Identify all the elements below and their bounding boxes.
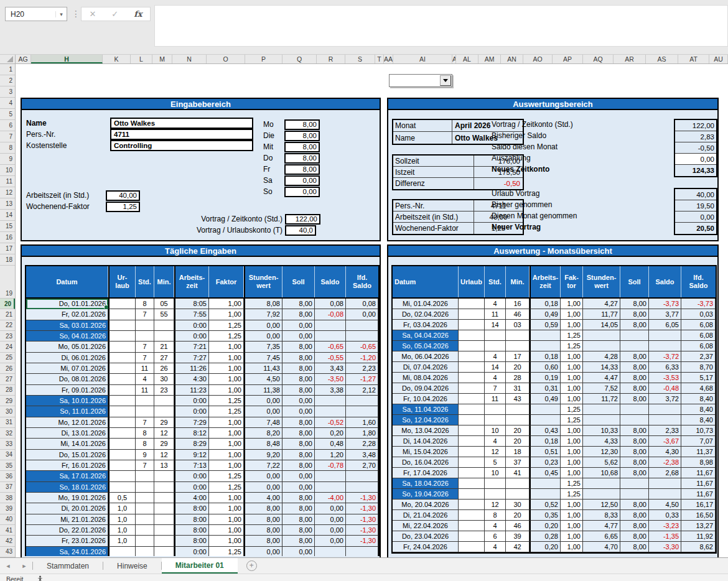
table-cell[interactable]: 8,40 [681, 394, 716, 404]
row-header-31[interactable]: 31 [0, 417, 15, 428]
date-cell[interactable]: Sa, 03.01.2026 [26, 320, 108, 331]
table-cell[interactable]: 0,5 [108, 493, 136, 503]
column-header-at[interactable]: AT [678, 55, 709, 63]
table-cell[interactable]: -2,38 [649, 457, 681, 468]
date-cell[interactable]: Fr, 23.01.2026 [26, 536, 108, 546]
table-cell[interactable]: 4:00 [174, 493, 209, 503]
table-cell[interactable]: 1,60 [346, 417, 378, 428]
table-cell[interactable] [459, 383, 485, 394]
table-cell[interactable] [154, 320, 174, 331]
table-cell[interactable] [459, 425, 485, 436]
date-cell[interactable]: So, 18.01.2026 [26, 482, 108, 493]
table-cell[interactable]: 0:00 [174, 547, 209, 556]
table-cell[interactable] [315, 331, 346, 342]
stack-value[interactable]: 0,00 [675, 154, 716, 165]
table-cell[interactable] [459, 521, 485, 531]
table-cell[interactable]: 0:00 [174, 331, 209, 342]
table-cell[interactable]: 12 [154, 450, 174, 460]
table-cell[interactable] [485, 489, 506, 500]
table-cell[interactable] [136, 536, 154, 546]
table-cell[interactable]: 4,70 [583, 542, 620, 552]
row-header-2[interactable]: 2 [0, 75, 15, 86]
table-cell[interactable]: 12,50 [583, 500, 620, 510]
date-cell[interactable]: Mi, 07.01.2026 [26, 363, 108, 374]
table-cell[interactable]: 0,00 [315, 536, 346, 546]
table-cell[interactable] [108, 439, 136, 449]
table-cell[interactable]: 11,92 [681, 531, 716, 542]
table-cell[interactable]: 16 [506, 299, 530, 309]
table-cell[interactable]: 8,08 [244, 299, 282, 309]
table-cell[interactable] [108, 342, 136, 352]
table-cell[interactable]: 03 [506, 320, 530, 330]
table-cell[interactable] [136, 406, 154, 417]
table-cell[interactable]: 0,59 [530, 320, 561, 330]
stack-value[interactable]: 20,50 [675, 223, 716, 234]
table-cell[interactable]: 1,25 [209, 320, 244, 331]
table-cell[interactable] [649, 404, 681, 415]
table-cell[interactable]: 4,30 [649, 447, 681, 457]
table-cell[interactable]: 0,00 [315, 525, 346, 536]
column-header-n[interactable]: N [172, 55, 207, 63]
table-cell[interactable]: 13,27 [681, 521, 716, 531]
table-cell[interactable]: 3,48 [346, 450, 378, 460]
table-cell[interactable]: 6,08 [681, 320, 716, 330]
table-cell[interactable]: 6,08 [681, 341, 716, 351]
table-cell[interactable]: 0:00 [174, 471, 209, 481]
table-cell[interactable] [136, 482, 154, 493]
table-cell[interactable]: 7 [485, 383, 506, 394]
table-cell[interactable]: 7:21 [174, 342, 209, 352]
date-cell[interactable]: Do, 22.01.2026 [26, 525, 108, 536]
table-cell[interactable]: 1,00 [209, 299, 244, 309]
table-cell[interactable] [649, 330, 681, 341]
row-header-4[interactable]: 4 [0, 98, 15, 109]
table-cell[interactable]: -3,53 [649, 373, 681, 383]
table-cell[interactable]: 2,12 [346, 385, 378, 396]
row-header-5[interactable]: 5 [0, 109, 15, 120]
table-cell[interactable]: 1,00 [561, 457, 583, 468]
table-cell[interactable]: 2,70 [346, 460, 378, 471]
table-cell[interactable]: 7 [136, 342, 154, 352]
table-cell[interactable] [530, 404, 561, 415]
table-cell[interactable] [154, 471, 174, 481]
table-cell[interactable]: 26 [154, 363, 174, 374]
table-cell[interactable] [108, 374, 136, 384]
table-cell[interactable]: 1,00 [209, 417, 244, 428]
table-cell[interactable]: 8,70 [681, 362, 716, 373]
table-cell[interactable]: 8,00 [282, 525, 315, 536]
row-header-43[interactable]: 43 [0, 547, 15, 557]
date-cell[interactable]: Mi, 22.04.2026 [393, 521, 459, 531]
table-cell[interactable]: 0,45 [530, 468, 561, 478]
table-cell[interactable] [459, 394, 485, 404]
table-cell[interactable]: 4 [485, 351, 506, 362]
table-cell[interactable] [459, 362, 485, 373]
table-cell[interactable]: 3,43 [315, 363, 346, 374]
table-cell[interactable]: 0,48 [315, 439, 346, 449]
table-cell[interactable] [506, 341, 530, 351]
date-cell[interactable]: Fr, 10.04.2026 [393, 394, 459, 404]
table-cell[interactable]: 8,00 [620, 394, 649, 404]
table-cell[interactable]: -3,72 [649, 351, 681, 362]
table-cell[interactable]: 13 [154, 460, 174, 471]
row-header-25[interactable]: 25 [0, 353, 15, 363]
table-cell[interactable]: 7 [136, 309, 154, 320]
row-header-16[interactable]: 16 [0, 232, 15, 243]
table-cell[interactable] [136, 547, 154, 556]
table-cell[interactable]: 20 [506, 436, 530, 447]
table-cell[interactable]: 30 [154, 374, 174, 384]
table-cell[interactable] [506, 330, 530, 341]
table-cell[interactable]: 8,40 [681, 404, 716, 415]
weekday-hours-value[interactable]: 8,00 [284, 131, 320, 141]
table-cell[interactable]: 0,20 [530, 542, 561, 552]
table-cell[interactable]: 37 [506, 457, 530, 468]
table-cell[interactable]: 8,33 [583, 510, 620, 521]
dropdown-arrow-icon[interactable] [440, 75, 451, 86]
table-cell[interactable]: 8,00 [282, 460, 315, 471]
table-cell[interactable] [649, 489, 681, 500]
table-cell[interactable]: 1,25 [561, 404, 583, 415]
date-cell[interactable]: Do, 15.01.2026 [26, 450, 108, 460]
table-cell[interactable]: 10,33 [583, 425, 620, 436]
table-cell[interactable]: 0,00 [315, 503, 346, 514]
row-header-37[interactable]: 37 [0, 482, 15, 493]
table-cell[interactable] [530, 341, 561, 351]
table-cell[interactable]: 8,00 [620, 457, 649, 468]
